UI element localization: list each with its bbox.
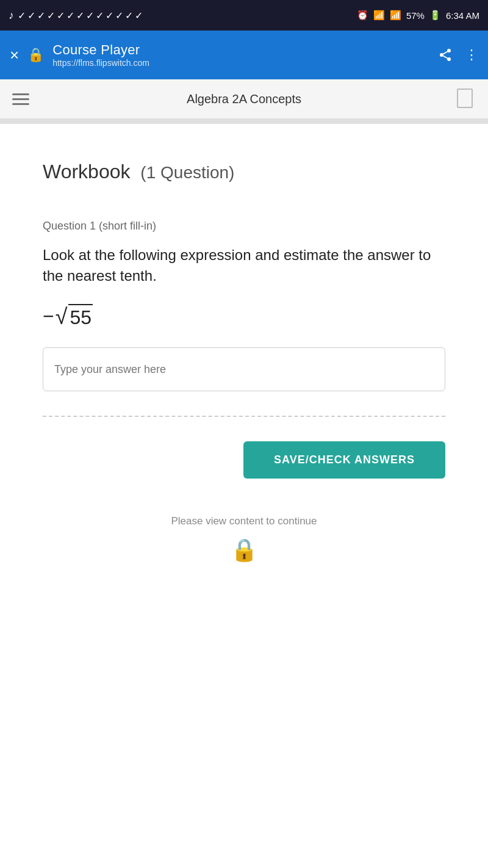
negative-sign: − [43,305,54,328]
radicand: 55 [68,304,93,329]
hamburger-line-1 [12,93,29,95]
math-expression: − √ 55 [43,304,445,329]
app-header: Algebra 2A Concepts [0,79,488,119]
alarm-icon: ⏰ [357,10,368,21]
svg-line-4 [443,52,448,54]
share-button[interactable] [438,48,453,62]
status-bar: ♪ ✓ ✓ ✓ ✓ ✓ ✓ ✓ ✓ ✓ ✓ ✓ ✓ ✓ ⏰ 📶 📶 57% 🔋 … [0,0,488,31]
copy-icon-shape [459,90,472,107]
svg-point-1 [440,53,443,57]
hamburger-line-2 [12,98,29,100]
music-icon: ♪ [9,9,14,22]
workbook-title: Workbook (1 Question) [43,161,445,183]
battery-percent: 57% [406,10,425,21]
check-2: ✓ [27,10,35,21]
check-4: ✓ [47,10,55,21]
check-10: ✓ [106,10,113,21]
check-7: ✓ [76,10,84,21]
status-bar-right: ⏰ 📶 📶 57% 🔋 6:34 AM [357,10,479,21]
browser-bar-center: Course Player https://flms.flipswitch.co… [52,42,429,68]
overflow-menu-button[interactable]: ⋮ [465,47,478,63]
question-text: Look at the following expression and est… [43,245,445,286]
check-1: ✓ [18,10,26,21]
svg-line-3 [443,56,448,59]
close-tab-button[interactable]: × [10,46,19,65]
svg-point-2 [447,57,451,61]
copy-button[interactable] [459,89,476,109]
battery-icon: 🔋 [429,10,441,21]
save-button-row: SAVE/CHECK ANSWERS [43,441,445,479]
check-8: ✓ [86,10,94,21]
content-area: Workbook (1 Question) Question 1 (short … [0,124,488,673]
answer-input[interactable] [43,347,445,391]
browser-bar: × 🔒 Course Player https://flms.flipswitc… [0,31,488,79]
question-count-label: (1 Question) [140,163,234,182]
browser-title: Course Player [52,42,140,58]
course-title: Algebra 2A Concepts [187,92,301,106]
question-label: Question 1 (short fill-in) [43,220,445,233]
check-13: ✓ [135,10,143,21]
browser-bar-left: × 🔒 [10,46,44,65]
progress-bar [0,119,488,124]
time-display: 6:34 AM [446,10,479,21]
continue-text: Please view content to continue [171,515,317,527]
signal-icon: 📶 [390,10,401,21]
section-divider [43,416,445,417]
check-11: ✓ [115,10,123,21]
check-9: ✓ [96,10,104,21]
sqrt-symbol: √ [56,306,68,328]
hamburger-line-3 [12,103,29,105]
hamburger-menu-button[interactable] [12,93,29,105]
check-3: ✓ [37,10,45,21]
browser-url: https://flms.flipswitch.com [52,58,149,68]
check-12: ✓ [125,10,133,21]
lock-icon: 🔒 [231,537,258,563]
svg-point-0 [447,49,451,52]
checkmarks-row: ✓ ✓ ✓ ✓ ✓ ✓ ✓ ✓ ✓ ✓ ✓ ✓ ✓ [18,10,143,21]
check-6: ✓ [66,10,74,21]
save-check-answers-button[interactable]: SAVE/CHECK ANSWERS [243,441,445,479]
browser-lock-icon: 🔒 [27,47,44,63]
continue-section: Please view content to continue 🔒 [43,515,445,599]
status-bar-left: ♪ ✓ ✓ ✓ ✓ ✓ ✓ ✓ ✓ ✓ ✓ ✓ ✓ ✓ [9,9,143,22]
wifi-icon: 📶 [373,10,385,21]
browser-bar-right: ⋮ [438,47,478,63]
check-5: ✓ [57,10,65,21]
